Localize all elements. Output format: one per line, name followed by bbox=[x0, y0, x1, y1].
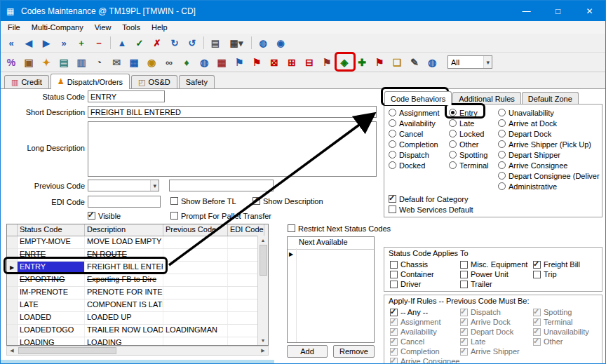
first-record-icon[interactable]: « bbox=[4, 36, 19, 50]
radio-option[interactable]: Availability bbox=[389, 118, 439, 128]
radio-option[interactable]: Arrive Shipper (Pick Up) bbox=[498, 139, 600, 149]
radio-button[interactable] bbox=[389, 151, 396, 159]
show-before-tl-checkbox[interactable]: Show Before TL bbox=[170, 196, 236, 205]
image-style-dropdown-icon[interactable]: ▦▾ bbox=[225, 36, 248, 50]
checkbox-option[interactable]: Container bbox=[390, 269, 434, 279]
chevron-down-icon[interactable]: ▾ bbox=[483, 56, 492, 68]
tab[interactable]: ◰OS&D bbox=[131, 75, 177, 88]
menu-item[interactable]: Help bbox=[146, 23, 173, 32]
scroll-down-icon[interactable]: ▼ bbox=[258, 336, 268, 345]
checkbox-option[interactable]: Availability bbox=[390, 327, 459, 337]
globe-icon[interactable]: ◍ bbox=[196, 55, 212, 69]
edi-code-input[interactable] bbox=[88, 196, 161, 208]
status-codes-grid[interactable]: Status CodeDescriptionPrevious CodeEDI C… bbox=[6, 224, 269, 346]
checkbox-option[interactable]: Driver bbox=[390, 279, 434, 289]
radio-button[interactable] bbox=[389, 109, 396, 116]
rates-icon[interactable]: ▦ bbox=[126, 55, 142, 69]
long-description-input[interactable] bbox=[88, 121, 377, 177]
copy-move-icon[interactable]: ▥ bbox=[74, 55, 89, 69]
cell-status-code[interactable]: EMPTY-MOVE bbox=[18, 236, 85, 248]
radio-option[interactable]: Entry bbox=[449, 107, 489, 118]
checkbox-option[interactable]: Completion bbox=[390, 346, 459, 356]
row-selector[interactable] bbox=[7, 236, 18, 248]
radio-option[interactable]: Depart Dock bbox=[498, 128, 600, 139]
table-row[interactable]: LATE COMPONENT IS LATE bbox=[7, 299, 268, 312]
filter-combo[interactable]: All ▾ bbox=[447, 55, 492, 69]
add-button[interactable]: Add bbox=[287, 345, 328, 358]
checkbox-option[interactable]: Cancel bbox=[390, 337, 459, 346]
cell-previous-code[interactable] bbox=[163, 236, 228, 248]
percent-icon[interactable]: % bbox=[4, 55, 19, 69]
radio-option[interactable]: Assignment bbox=[389, 107, 439, 118]
checkbox-box[interactable] bbox=[533, 318, 541, 326]
scroll-up-icon[interactable]: ▲ bbox=[258, 236, 268, 245]
sort-ascending-icon[interactable]: ▲ bbox=[114, 36, 130, 50]
tab[interactable]: Code Behaviors bbox=[384, 91, 452, 105]
clock-icon[interactable]: ◔ bbox=[91, 55, 107, 69]
tree-collapse-icon[interactable]: ⊟ bbox=[302, 55, 317, 69]
default-for-category-checkbox[interactable]: Default for Category bbox=[389, 194, 468, 203]
table-row[interactable]: LOADEDTOGO TRAILER NOW LOAD LOADINGMAN bbox=[7, 325, 268, 337]
next-available-list[interactable]: Next Available ▶ bbox=[287, 236, 375, 343]
add-record-icon[interactable]: + bbox=[74, 36, 89, 50]
checkbox-option[interactable]: Assignment bbox=[390, 317, 459, 327]
cell-description[interactable]: FREIGHT BILL ENTER bbox=[85, 262, 163, 274]
checkbox-option[interactable]: Dispatch bbox=[460, 307, 520, 317]
checkbox-box[interactable] bbox=[390, 281, 398, 288]
checkbox-box[interactable] bbox=[389, 205, 396, 213]
radio-button[interactable] bbox=[449, 151, 457, 159]
cell-description[interactable]: EN ROUTE bbox=[85, 249, 163, 261]
checkbox-option[interactable]: Freight Bill bbox=[533, 259, 580, 269]
checkbox-box[interactable] bbox=[390, 309, 398, 316]
radio-option[interactable]: Dispatch bbox=[389, 149, 439, 160]
world-icon[interactable]: ◍ bbox=[424, 55, 440, 69]
checkbox-box[interactable] bbox=[533, 309, 541, 316]
menu-item[interactable]: File bbox=[2, 23, 26, 32]
checkbox-option[interactable]: -- Any -- bbox=[390, 307, 459, 317]
cell-previous-code[interactable] bbox=[163, 274, 228, 286]
cell-status-code[interactable]: LOADEDTOGO bbox=[18, 325, 85, 337]
radio-option[interactable]: Unavailability bbox=[498, 107, 600, 118]
toolbar-separator[interactable] bbox=[203, 36, 204, 49]
checkbox-option[interactable]: Depart Dock bbox=[460, 327, 520, 337]
cell-status-code[interactable]: ENTRY bbox=[18, 262, 85, 274]
show-description-checkbox[interactable]: Show Description bbox=[252, 196, 323, 205]
money-icon[interactable]: ◉ bbox=[144, 55, 159, 69]
radio-option[interactable]: Cancel bbox=[389, 128, 439, 139]
radio-button[interactable] bbox=[498, 172, 506, 180]
web-services-default-checkbox[interactable]: Web Services Default bbox=[389, 205, 473, 214]
table-row[interactable]: EMPTY-MOVE MOVE LOAD EMPTY bbox=[7, 236, 268, 249]
tab[interactable]: Safety bbox=[179, 75, 215, 88]
grid-horizontal-scrollbar[interactable]: ◀ ▶ bbox=[6, 346, 269, 356]
table-row[interactable]: LOADING LOADING bbox=[7, 337, 268, 346]
column-header[interactable]: EDI Code bbox=[228, 224, 264, 236]
radio-button[interactable] bbox=[389, 119, 396, 127]
cell-previous-code[interactable] bbox=[163, 337, 228, 346]
menu-item[interactable]: Tools bbox=[116, 23, 146, 32]
flag-maroon-icon[interactable]: ⚑ bbox=[319, 55, 335, 69]
radio-button[interactable] bbox=[449, 109, 457, 116]
radio-option[interactable]: Locked bbox=[449, 128, 489, 139]
radio-button[interactable] bbox=[449, 140, 457, 148]
checkbox-box[interactable] bbox=[533, 328, 541, 336]
find-status-codes-icon[interactable]: ◈ bbox=[337, 55, 352, 69]
radio-button[interactable] bbox=[498, 109, 506, 116]
row-selector[interactable] bbox=[7, 287, 18, 299]
checkbox-box[interactable] bbox=[88, 212, 95, 220]
accept-icon[interactable]: ✓ bbox=[132, 36, 147, 50]
cell-previous-code[interactable] bbox=[163, 249, 228, 261]
checkbox-box[interactable] bbox=[170, 212, 178, 220]
cell-status-code[interactable]: LOADING bbox=[18, 337, 85, 346]
undo-icon[interactable]: ↺ bbox=[184, 36, 200, 50]
checkbox-box[interactable] bbox=[460, 309, 468, 316]
flag-blue-icon[interactable]: ⚑ bbox=[231, 55, 247, 69]
codes-book-icon[interactable]: ▤ bbox=[56, 55, 72, 69]
row-selector[interactable] bbox=[7, 325, 18, 337]
radio-option[interactable]: Other bbox=[449, 139, 489, 149]
tree-delete-icon[interactable]: ⊠ bbox=[267, 55, 282, 69]
checkbox-box[interactable] bbox=[460, 328, 468, 336]
tree-expand-icon[interactable]: ⊞ bbox=[284, 55, 299, 69]
radio-option[interactable]: Terminal bbox=[449, 160, 489, 170]
cell-status-code[interactable]: LOADED bbox=[18, 312, 85, 324]
checkbox-box[interactable] bbox=[170, 197, 178, 205]
